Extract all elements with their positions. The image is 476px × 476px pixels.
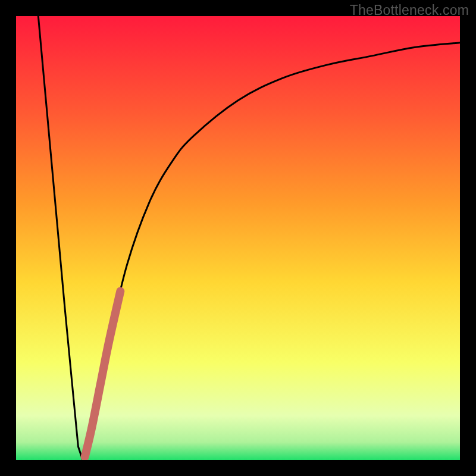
gradient-background xyxy=(16,16,460,460)
plot-area xyxy=(16,16,460,460)
chart-frame: TheBottleneck.com xyxy=(0,0,476,476)
svg-rect-0 xyxy=(16,16,460,460)
